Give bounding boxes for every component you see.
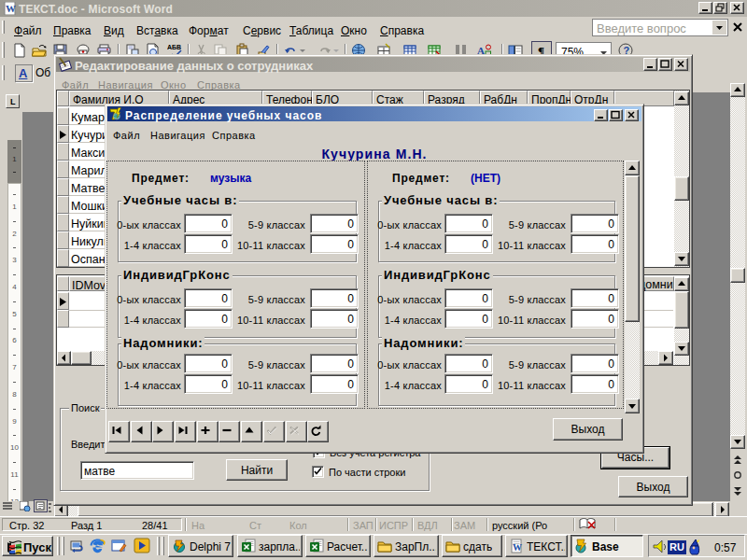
svg-text:W: W <box>513 542 522 553</box>
svg-text:W: W <box>6 3 16 14</box>
svg-text:АБВ: АБВ <box>167 44 181 50</box>
